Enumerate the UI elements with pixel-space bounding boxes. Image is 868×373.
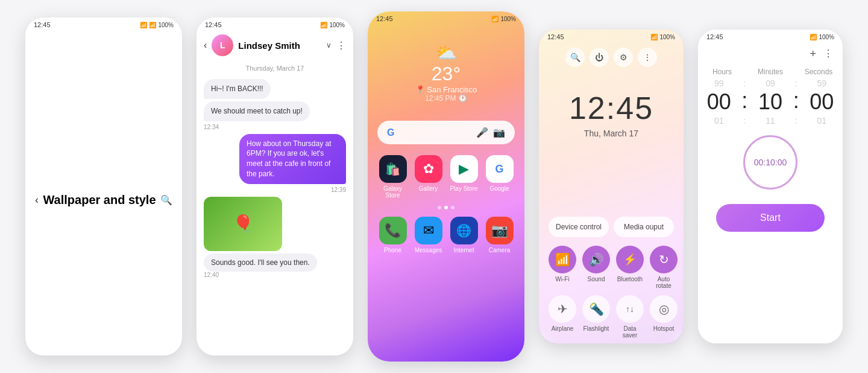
page-title: Wallpaper and style	[43, 193, 156, 207]
qs-content: 12:45 📶 100% 🔍 ⏻ ⚙ ⋮ 12:45 Thu, March 17…	[539, 30, 684, 343]
wifi-icon-4: 📶	[650, 34, 658, 40]
app-icon-messages[interactable]: ✉ Messages	[413, 217, 444, 253]
wifi-icon-5: 📶	[810, 34, 817, 40]
search-qs-btn[interactable]: 🔍	[565, 48, 585, 67]
qs-wallpaper: 12:45 📶 100% 🔍 ⏻ ⚙ ⋮ 12:45 Thu, March 17…	[539, 30, 684, 343]
qs-tile-bluetooth[interactable]: ⚡ Bluetooth	[616, 246, 644, 289]
device-control-btn[interactable]: Device control	[549, 217, 609, 237]
datasaver-tile-icon: ↑↓	[616, 295, 644, 323]
app-icon-play-store[interactable]: ▶ Play Store	[448, 155, 479, 199]
back-button[interactable]: ‹	[35, 194, 39, 206]
sound-tile-label: Sound	[588, 276, 605, 282]
app-icon-label: Gallery	[419, 185, 438, 192]
phone-wallpaper: 12:45 📶 📶 100% ‹ Wallpaper and style 🔍 1…	[25, 18, 182, 355]
qs-tile-sound[interactable]: 🔊 Sound	[582, 246, 610, 289]
phone-timer: 12:45 📶 100% + ⋮ Hours Minutes Seconds 9…	[698, 30, 843, 343]
battery-4: 100%	[659, 34, 675, 40]
timer-col-labels: Hours Minutes Seconds	[698, 65, 843, 78]
timer-below-row: 01 : 11 : 01	[698, 116, 843, 126]
qs-tile-hotspot[interactable]: ◎ Hotspot	[650, 295, 678, 339]
message-time-sent: 12:39	[331, 186, 346, 193]
more-timer-icon[interactable]: ⋮	[823, 48, 833, 60]
qs-tile-wifi[interactable]: 📶 Wi-Fi	[549, 246, 576, 289]
dropdown-icon[interactable]: ∨	[326, 41, 332, 49]
app-icon-phone[interactable]: 📞 Phone	[377, 217, 408, 253]
app-grid-row1: 🛍️ Galaxy Store ✿ Gallery ▶ Play Store G…	[368, 150, 524, 203]
wallpaper-header: ‹ Wallpaper and style 🔍	[25, 31, 182, 355]
autorotate-tile-icon: ↻	[650, 246, 678, 273]
sound-tile-icon: 🔊	[582, 246, 610, 273]
qs-tiles: 📶 Wi-Fi 🔊 Sound ⚡ Bluetooth ↻ Auto rotat…	[539, 241, 684, 343]
app-icon-label: Messages	[415, 247, 442, 253]
timer-circle-area: 00:10:00	[698, 126, 843, 199]
flashlight-tile-icon: 🔦	[582, 295, 610, 323]
settings-qs-btn[interactable]: ⚙	[614, 48, 633, 67]
timer-main-sep-2: :	[791, 88, 801, 113]
dot	[451, 206, 454, 209]
back-chat-button[interactable]: ‹	[204, 40, 207, 51]
weather-time: 12:45 PM 🕐	[425, 94, 467, 103]
status-icons-3: 📶 100%	[491, 16, 516, 22]
flashlight-tile-label: Flashlight	[583, 325, 609, 332]
app-icon-camera[interactable]: 📷 Camera	[484, 217, 515, 253]
timer-body: 12:45 📶 100% + ⋮ Hours Minutes Seconds 9…	[698, 30, 843, 343]
status-bar-5: 12:45 📶 100%	[698, 30, 843, 43]
status-icons-2: 📶 100%	[320, 22, 345, 28]
status-icons-4: 📶 100%	[650, 34, 675, 40]
more-qs-btn[interactable]: ⋮	[638, 48, 657, 67]
status-time-1: 12:45	[34, 21, 51, 28]
qs-clock: 12:45 Thu, March 17	[539, 72, 684, 213]
timer-main-minutes: 10	[749, 89, 791, 115]
app-icon-browser[interactable]: 🌐 Internet	[448, 217, 479, 253]
qs-tile-autorotate[interactable]: ↻ Auto rotate	[650, 246, 678, 289]
seconds-label: Seconds	[794, 68, 843, 76]
app-icon-google[interactable]: G Google	[484, 155, 515, 199]
timer-main-hours: 00	[698, 89, 740, 115]
weather-city: 📍 San Francisco	[415, 85, 477, 94]
message-bubble: Hi~! I'm BACK!!!	[204, 79, 271, 99]
lens-icon[interactable]: 📷	[493, 127, 505, 138]
wifi-icon-2: 📶	[320, 22, 327, 28]
search-icon[interactable]: 🔍	[160, 194, 172, 206]
chat-date-divider: Thursday, March 17	[197, 60, 353, 77]
start-button[interactable]: Start	[716, 204, 825, 232]
chat-messages: Hi~! I'm BACK!!! We should meet to catch…	[197, 77, 353, 284]
status-bar-4: 12:45 📶 100%	[539, 30, 684, 43]
status-time-5: 12:45	[706, 33, 723, 40]
timer-below-hours: 01	[698, 116, 740, 126]
status-icons-5: 📶 100%	[810, 34, 834, 40]
status-bar-1: 12:45 📶 📶 100%	[25, 18, 182, 31]
chat-header: ‹ L Lindsey Smith ∨ ⋮	[197, 31, 353, 60]
more-options-icon[interactable]: ⋮	[336, 40, 346, 51]
message-image: 🎈	[204, 197, 282, 251]
dot-active	[444, 206, 448, 209]
media-output-btn[interactable]: Media ouput	[614, 217, 674, 237]
mic-icon[interactable]: 🎤	[476, 127, 488, 138]
wifi-tile-icon: 📶	[549, 246, 576, 273]
app-icon-label: Play Store	[450, 185, 477, 192]
app-grid-row2: 📞 Phone ✉ Messages 🌐 Internet 📷 Camera	[368, 212, 524, 258]
app-icon-label: Internet	[454, 247, 474, 253]
contact-name: Lindsey Smith	[238, 40, 321, 51]
google-logo: G	[387, 127, 394, 138]
qs-tile-flashlight[interactable]: 🔦 Flashlight	[582, 295, 610, 339]
message-text: We should meet to catch up!	[211, 107, 303, 115]
app-icon-img: 🌐	[450, 217, 478, 244]
app-icon-gallery[interactable]: ✿ Gallery	[413, 155, 444, 199]
search-bar[interactable]: G 🎤 📷	[377, 121, 515, 144]
timer-scroll-minutes: 09	[749, 78, 791, 88]
app-icon-galaxy-store[interactable]: 🛍️ Galaxy Store	[377, 155, 408, 199]
timer-header: + ⋮	[698, 43, 843, 65]
add-timer-icon[interactable]: +	[810, 48, 816, 60]
timer-main-row: 00 : 10 : 00	[698, 88, 843, 116]
app-icon-label: Galaxy Store	[377, 185, 408, 199]
timer-main-sep-1: :	[740, 88, 749, 113]
status-icons-1: 📶 📶 100%	[140, 22, 174, 28]
timer-below-seconds: 01	[801, 116, 843, 126]
airplane-tile-label: Airplane	[552, 325, 574, 332]
weather-temp: 23°	[432, 63, 461, 85]
power-qs-btn[interactable]: ⏻	[590, 48, 609, 67]
timer-below-minutes: 11	[749, 116, 791, 126]
qs-tile-datasaver[interactable]: ↑↓ Data saver	[616, 295, 644, 339]
qs-tile-airplane[interactable]: ✈ Airplane	[549, 295, 576, 339]
